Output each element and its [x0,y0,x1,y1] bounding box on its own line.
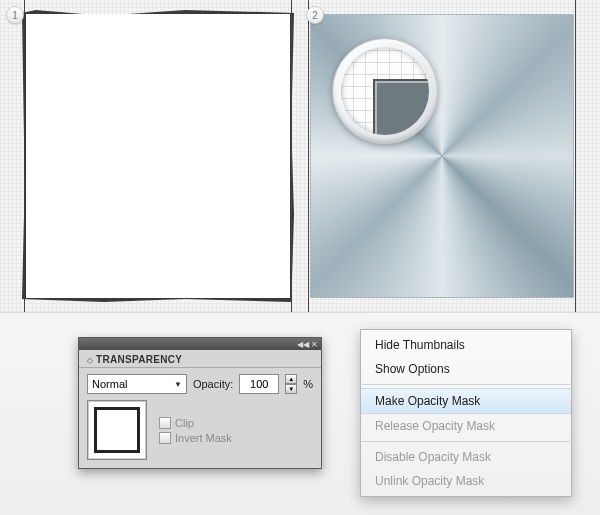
panel-title: TRANSPARENCY [96,354,182,365]
invert-checkbox[interactable]: Invert Mask [159,432,232,444]
zoom-content [341,47,429,135]
step-badge-1: 1 [6,6,24,24]
menu-make-opacity-mask[interactable]: Make Opacity Mask [361,388,571,414]
metal-texture[interactable] [310,14,574,298]
thumbnail-preview [94,407,140,453]
checkbox-icon [159,432,171,444]
opacity-label: Opacity: [193,378,233,390]
menu-hide-thumbnails[interactable]: Hide Thumbnails [361,333,571,357]
panel-titlebar[interactable]: ◀◀ ✕ [79,338,321,350]
artboard-2: 2 [300,0,600,312]
sketch-rectangle[interactable] [26,14,290,298]
checkbox-icon [159,417,171,429]
panels-area: ◀◀ ✕ ◇ TRANSPARENCY Normal ▼ Opacity: 10… [0,312,600,515]
collapse-icon[interactable]: ◀◀ [297,340,309,349]
opacity-input[interactable]: 100 [239,374,279,394]
close-icon[interactable]: ✕ [311,340,318,349]
menu-disable-opacity-mask: Disable Opacity Mask [361,445,571,469]
tab-expand-icon: ◇ [87,356,93,365]
step-up-icon[interactable]: ▲ [285,374,297,384]
transparency-panel: ◀◀ ✕ ◇ TRANSPARENCY Normal ▼ Opacity: 10… [78,337,322,469]
flyout-menu: Hide Thumbnails Show Options Make Opacit… [360,329,572,497]
panel-tab[interactable]: ◇ TRANSPARENCY [79,350,321,368]
menu-release-opacity-mask: Release Opacity Mask [361,414,571,438]
blend-mode-value: Normal [92,378,127,390]
artboard-1: 1 [0,0,300,312]
opacity-stepper[interactable]: ▲ ▼ [285,374,297,394]
chevron-down-icon: ▼ [174,380,182,389]
invert-label: Invert Mask [175,432,232,444]
thumbnail-row: Clip Invert Mask [87,400,313,460]
menu-show-options[interactable]: Show Options [361,357,571,381]
percent-label: % [303,378,313,390]
menu-separator [362,384,570,385]
panel-body: Normal ▼ Opacity: 100 ▲ ▼ % Cli [79,368,321,468]
menu-separator [362,441,570,442]
step-badge-2: 2 [306,6,324,24]
clip-label: Clip [175,417,194,429]
blend-mode-dropdown[interactable]: Normal ▼ [87,374,187,394]
blend-opacity-row: Normal ▼ Opacity: 100 ▲ ▼ % [87,374,313,394]
step-down-icon[interactable]: ▼ [285,384,297,394]
object-thumbnail[interactable] [87,400,147,460]
zoom-corner-detail [373,79,429,135]
clip-checkbox[interactable]: Clip [159,417,232,429]
mask-options: Clip Invert Mask [159,417,232,444]
canvas-area: 1 2 [0,0,600,312]
zoom-lens [332,38,438,144]
menu-unlink-opacity-mask: Unlink Opacity Mask [361,469,571,493]
